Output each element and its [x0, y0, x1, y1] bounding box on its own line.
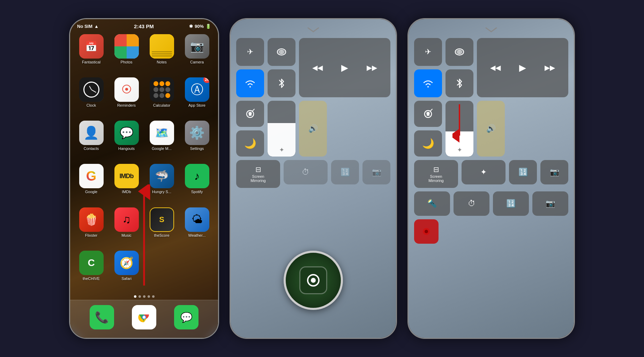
rewind-btn-right[interactable]: ◀◀: [490, 63, 501, 72]
volume-icon-mid: 🔊: [308, 124, 318, 133]
app-google[interactable]: G Google: [76, 164, 107, 203]
screen-mirroring-icon-mid: ⊟: [255, 165, 261, 174]
calc-btn-right[interactable]: 🔢: [509, 160, 537, 184]
app-weather[interactable]: 🌤 Weather...: [181, 207, 212, 246]
calculator-btn-partial-mid[interactable]: 🔢: [331, 160, 359, 184]
weather-label: Weather...: [188, 233, 206, 237]
brightness-btn-right[interactable]: ✦: [462, 160, 506, 184]
chrome-icon: [136, 310, 152, 325]
brightness-slider-mid[interactable]: ✦: [268, 101, 295, 157]
camera2-btn-right[interactable]: 📷: [532, 191, 568, 216]
screen-mirroring-label-mid: ScreenMirroring: [250, 174, 265, 183]
app-camera[interactable]: 📷 Camera: [181, 34, 212, 73]
airplane-mode-btn-right[interactable]: ✈: [414, 38, 442, 66]
forward-btn-mid[interactable]: ▶▶: [367, 63, 377, 72]
app-photos[interactable]: Photos: [111, 34, 142, 73]
thescore-icon: S: [150, 207, 174, 232]
camera-btn-right[interactable]: 📷: [540, 160, 568, 184]
forward-btn-right[interactable]: ▶▶: [545, 63, 555, 72]
play-btn-right[interactable]: ▶: [519, 62, 526, 73]
app-thescore[interactable]: S theScore: [146, 207, 177, 246]
cam2-icon-right: 📷: [546, 199, 555, 208]
calculator-label: Calculator: [153, 103, 171, 107]
dock-messages[interactable]: 💬: [174, 305, 199, 329]
timer-btn-right[interactable]: ⏱: [454, 191, 489, 216]
calc2-icon-right: 🔢: [506, 199, 516, 208]
rotation-lock-btn-mid[interactable]: [236, 101, 264, 127]
empty-slot-2: [181, 251, 206, 275]
app-googlemaps[interactable]: 🗺️ Google M...: [146, 121, 177, 160]
timer-btn-partial-mid[interactable]: ⏱: [284, 160, 328, 184]
app-calculator[interactable]: Calculator: [146, 77, 177, 116]
app-fantastical[interactable]: 📅 Fantastical: [76, 34, 107, 73]
svg-point-3: [143, 316, 145, 319]
settings-icon: ⚙️: [185, 121, 209, 145]
app-imdb[interactable]: IMDb IMDb: [111, 164, 142, 203]
volume-block-right[interactable]: 🔊: [477, 101, 505, 157]
carrier-label: No SIM: [77, 24, 92, 29]
brightness-slider-right[interactable]: ✦: [445, 101, 473, 157]
airplane-icon-mid: ✈: [247, 47, 253, 56]
fantastical-label: Fantastical: [82, 60, 100, 64]
safari-icon: 🧭: [114, 251, 139, 275]
rewind-btn-mid[interactable]: ◀◀: [312, 63, 323, 72]
app-hungryshark[interactable]: 🦈 Hungry S...: [146, 164, 177, 203]
control-center-mid: ✈: [230, 18, 397, 339]
brightness-btn-icon: ✦: [480, 168, 487, 177]
svg-point-11: [455, 49, 464, 55]
imdb-label: IMDb: [122, 190, 131, 194]
app-notes[interactable]: Notes: [146, 34, 177, 73]
safari-label: Safari: [121, 276, 132, 281]
appstore-icon-wrapper: Ⓐ 26: [185, 77, 209, 102]
flashlight-btn-right[interactable]: 🔦: [414, 191, 450, 216]
dnd-btn-mid[interactable]: 🌙: [236, 130, 264, 157]
cc-chevron-mid[interactable]: [236, 26, 390, 33]
dock-phone[interactable]: 📞: [90, 305, 114, 329]
record-btn-right[interactable]: [414, 219, 439, 244]
app-appstore[interactable]: Ⓐ 26 App Store: [181, 77, 212, 116]
app-clock[interactable]: Clock: [76, 77, 107, 116]
page-indicator: [70, 293, 218, 300]
app-flixster[interactable]: 🍿 Flixster: [76, 207, 107, 246]
dock-chrome[interactable]: [132, 305, 156, 329]
photos-label: Photos: [120, 60, 132, 64]
cam-icon-right: 📷: [550, 168, 559, 177]
app-reminders[interactable]: ⦿ Reminders: [111, 77, 142, 116]
appstore-badge: 26: [203, 77, 209, 83]
app-contacts[interactable]: 👤 Contacts: [76, 121, 107, 160]
screen-mirroring-btn-mid[interactable]: ⊟ ScreenMirroring: [236, 160, 280, 188]
thechive-label: theCHIVE: [83, 276, 100, 281]
app-safari[interactable]: 🧭 Safari: [111, 251, 142, 290]
spotify-label: Spotify: [191, 190, 203, 194]
calculator2-btn-right[interactable]: 🔢: [493, 191, 529, 216]
cellular-btn-mid[interactable]: [268, 38, 295, 66]
app-settings[interactable]: ⚙️ Settings: [181, 121, 212, 160]
app-thechive[interactable]: C theCHIVE: [76, 251, 107, 290]
svg-point-6: [277, 49, 286, 55]
wifi-btn-mid[interactable]: [236, 69, 264, 97]
rotation-lock-btn-right[interactable]: [414, 101, 442, 127]
svg-point-12: [457, 50, 462, 54]
status-left: No SIM ▲: [77, 24, 99, 29]
screen-mirroring-icon-right: ⊟: [433, 165, 439, 174]
reminders-label: Reminders: [117, 103, 136, 107]
battery-label: 90%: [195, 24, 204, 29]
appstore-label: App Store: [188, 103, 205, 107]
app-hangouts[interactable]: 💬 Hangouts: [111, 121, 142, 160]
bluetooth-btn-right[interactable]: [445, 69, 473, 97]
status-time: 2:43 PM: [134, 23, 154, 29]
dnd-btn-right[interactable]: 🌙: [414, 130, 442, 157]
app-music[interactable]: ♫ Music: [111, 207, 142, 246]
camera-btn-partial-mid[interactable]: 📷: [362, 160, 390, 184]
status-right: ✱ 90% 🔋: [189, 24, 211, 29]
cellular-btn-right[interactable]: [445, 38, 473, 66]
screen-mirroring-btn-right[interactable]: ⊟ ScreenMirroring: [414, 160, 458, 188]
cc-chevron-right[interactable]: [414, 26, 568, 33]
bluetooth-btn-mid[interactable]: [268, 69, 295, 97]
wifi-btn-right[interactable]: [414, 69, 442, 97]
app-spotify[interactable]: ♪ Spotify: [181, 164, 212, 203]
play-btn-mid[interactable]: ▶: [341, 62, 348, 73]
airplane-mode-btn-mid[interactable]: ✈: [236, 38, 264, 66]
volume-block-mid[interactable]: 🔊: [299, 101, 327, 157]
messages-icon: 💬: [180, 312, 193, 323]
